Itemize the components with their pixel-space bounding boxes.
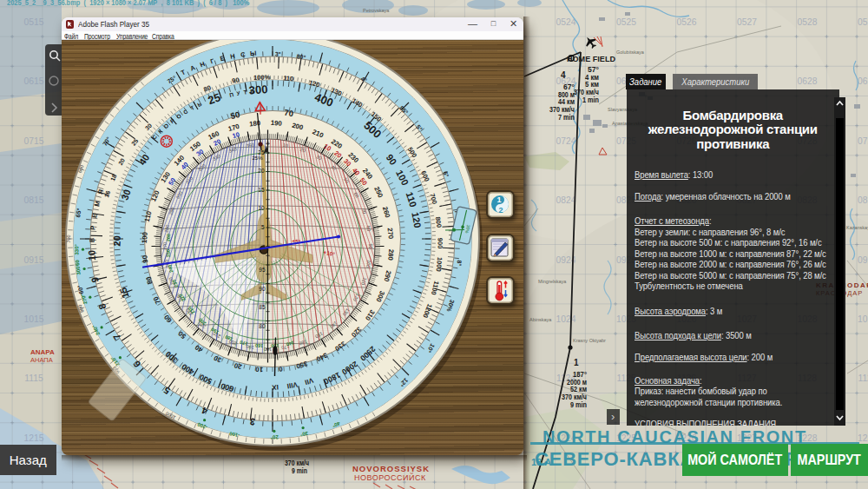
svg-text:10: 10: [254, 365, 263, 373]
svg-text:90: 90: [141, 254, 149, 263]
svg-text:3°: 3°: [275, 50, 281, 56]
svg-text:2: 2: [498, 206, 503, 215]
svg-text:270: 270: [386, 227, 395, 240]
svg-text:9 min: 9 min: [292, 466, 307, 475]
svg-text:15: 15: [258, 187, 265, 193]
svg-text:25: 25: [258, 149, 265, 155]
svg-text:0524: 0524: [556, 17, 576, 27]
svg-text:10: 10: [86, 249, 97, 261]
svg-text:0824: 0824: [556, 195, 576, 205]
svg-text:20: 20: [258, 168, 265, 174]
svg-text:0715: 0715: [24, 136, 44, 146]
svg-text:85: 85: [259, 304, 266, 310]
svg-text:1129: 1129: [858, 373, 868, 383]
svg-text:190: 190: [271, 118, 283, 127]
svg-text:1: 1: [496, 195, 501, 204]
svg-text:Ы: Ы: [250, 49, 257, 57]
svg-text:300: 300: [248, 83, 268, 96]
svg-text:10: 10: [258, 205, 265, 211]
svg-text:Abinskaya: Abinskaya: [529, 317, 552, 322]
svg-text:0929: 0929: [858, 255, 868, 265]
svg-text:110: 110: [283, 74, 294, 83]
svg-text:0529: 0529: [858, 17, 868, 27]
svg-text:25%: 25%: [253, 155, 264, 161]
svg-text:1024: 1024: [556, 314, 576, 324]
svg-text:0915: 0915: [24, 255, 44, 265]
svg-text:80: 80: [259, 323, 266, 329]
svg-text:100: 100: [141, 231, 149, 243]
svg-text:1 min: 1 min: [582, 96, 599, 104]
svg-text:3: 3: [249, 416, 255, 426]
svg-text:Р: Р: [89, 225, 96, 230]
svg-text:100%: 100%: [253, 73, 271, 82]
svg-text:Kazanskaya: Kazanskaya: [846, 225, 868, 230]
svg-text:330°: 330°: [74, 243, 79, 254]
svg-text:IX: IX: [271, 383, 279, 391]
svg-text:HOME FIELD: HOME FIELD: [567, 55, 616, 63]
svg-text:20°: 20°: [270, 434, 279, 439]
svg-text:В: В: [89, 237, 96, 242]
svg-text:1115: 1115: [24, 373, 43, 383]
svg-text:Golubitskaya: Golubitskaya: [616, 50, 645, 55]
svg-text:0629: 0629: [858, 76, 868, 86]
svg-text:0527: 0527: [737, 17, 757, 27]
svg-text:0515: 0515: [24, 17, 44, 27]
svg-text:180: 180: [249, 119, 262, 128]
svg-text:800: 800: [434, 216, 444, 228]
svg-text:0525: 0525: [616, 17, 636, 27]
svg-text:0628: 0628: [798, 76, 818, 86]
svg-text:7 min: 7 min: [558, 113, 575, 122]
svg-text:20: 20: [111, 235, 122, 247]
svg-text:0729: 0729: [858, 136, 868, 146]
svg-text:700: 700: [66, 235, 71, 242]
svg-text:0526: 0526: [677, 17, 697, 27]
svg-text:Mingrelskaya: Mingrelskaya: [538, 279, 567, 284]
svg-text:NOVOROSSIYSK: NOVOROSSIYSK: [352, 464, 430, 473]
svg-text:900: 900: [436, 237, 444, 248]
svg-text:90: 90: [259, 286, 266, 292]
svg-text:90: 90: [231, 76, 240, 84]
svg-text:4: 4: [561, 70, 566, 80]
svg-text:Petrovskaya: Petrovskaya: [363, 8, 390, 13]
svg-text:9 min: 9 min: [570, 400, 587, 409]
svg-text:1: 1: [574, 358, 579, 367]
svg-text:5: 5: [261, 224, 265, 230]
svg-text:0615: 0615: [24, 76, 44, 86]
svg-text:8°: 8°: [456, 260, 463, 266]
svg-text:260: 260: [166, 233, 172, 241]
svg-text:1015: 1015: [24, 314, 44, 324]
svg-text:АНАПА: АНАПА: [30, 356, 53, 364]
svg-text:280: 280: [386, 248, 395, 261]
svg-text:95: 95: [259, 267, 266, 273]
svg-text:Krasny Oktyabr: Krasny Oktyabr: [573, 338, 606, 343]
svg-text:1000: 1000: [435, 256, 444, 272]
svg-text:70: 70: [284, 107, 294, 118]
svg-text:1029: 1029: [858, 314, 868, 324]
svg-text:НОВОРОССИЙСК: НОВОРОССИЙСК: [354, 472, 426, 482]
svg-text:1215: 1215: [24, 433, 44, 443]
svg-text:250: 250: [165, 248, 171, 257]
svg-text:0815: 0815: [24, 195, 44, 205]
svg-text:0829: 0829: [858, 195, 868, 205]
svg-text:0528: 0528: [798, 17, 818, 27]
svg-text:ANAPA: ANAPA: [30, 348, 55, 356]
svg-text:160: 160: [255, 342, 264, 348]
